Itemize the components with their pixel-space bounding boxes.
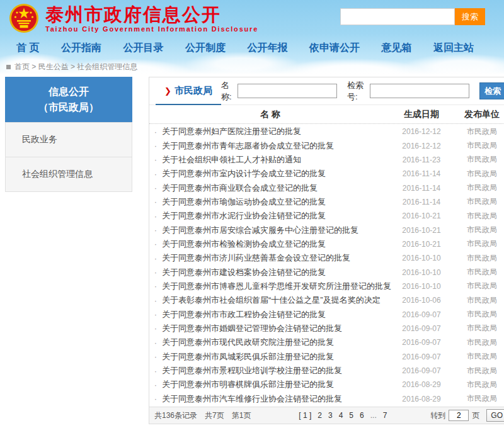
publish-unit: 市民政局 xyxy=(452,239,504,249)
publish-date: 2016-11-14 xyxy=(391,169,452,178)
publish-date: 2016-11-14 xyxy=(391,184,452,193)
publish-unit: 市民政局 xyxy=(452,309,504,320)
site-search-input[interactable] xyxy=(340,8,455,25)
bullet-icon: · xyxy=(149,183,162,193)
bullet-icon: · xyxy=(149,254,162,263)
document-list: ·关于同意泰州妇产医院注册登记的批复2016-12-12市民政局·关于同意泰州市… xyxy=(149,124,504,407)
bullet-icon: · xyxy=(149,281,162,291)
document-title-link[interactable]: 关于同意泰州市青年志愿者协会成立登记的批复 xyxy=(162,140,391,152)
table-row: ·关于同意泰州市室内设计学会成立登记的批复2016-11-14市民政局 xyxy=(149,168,504,179)
goto-page-input[interactable] xyxy=(449,410,469,421)
page-number[interactable]: 4 xyxy=(339,411,343,420)
document-title-link[interactable]: 关于表彰泰州市社会组织首届“十佳公益之星”及提名奖的决定 xyxy=(162,295,391,306)
tab-label: 市民政局 xyxy=(175,85,212,97)
publish-unit: 市民政局 xyxy=(452,253,504,264)
publish-unit: 市民政局 xyxy=(452,183,504,193)
document-title-link[interactable]: 关于同意泰州妇产医院注册登记的批复 xyxy=(162,126,391,137)
document-title-link[interactable]: 关于同意泰州市博睿恩儿童科学思维开发研究所注册登记的批复 xyxy=(162,281,391,292)
total-pages: 共7页 xyxy=(205,411,224,420)
publish-date: 2016-12-12 xyxy=(391,142,452,150)
document-title-link[interactable]: 关于同意泰州市建设档案协会注销登记的批复 xyxy=(162,267,391,278)
bullet-icon: · xyxy=(149,352,162,361)
content: 信息公开 （市民政局） 民政业务社会组织管理信息 ❯ 市民政局 名称: 检索号:… xyxy=(0,74,504,424)
table-row: ·关于同意泰州市济川药业慈善基金会设立登记的批复2016-10-10市民政局 xyxy=(149,252,504,264)
pagination-bar: 共136条记录共7页第1页 [ 1 ]23456...7 转到 页 GO xyxy=(149,407,504,424)
sidebar-item[interactable]: 民政业务 xyxy=(5,122,132,157)
table-row: ·关于同意泰州市汽车维修行业协会注销登记的批复2016-08-29市民政局 xyxy=(149,393,504,405)
publish-date: 2016-12-12 xyxy=(391,127,452,136)
page-ellipsis: ... xyxy=(370,411,377,420)
publish-unit: 市民政局 xyxy=(452,225,504,235)
table-row: ·关于同意泰州市商业联合会成立登记的批复2016-11-14市民政局 xyxy=(149,183,504,194)
publish-unit: 市民政局 xyxy=(452,351,504,362)
document-title-link[interactable]: 关于同意泰州市水泥行业协会注销登记的批复 xyxy=(162,210,391,222)
site-subtitle: Taizhou City Government Information Disc… xyxy=(45,25,258,33)
document-title-link[interactable]: 关于同意泰州市居安综合减灾服务中心注册登记的批复 xyxy=(162,225,391,236)
document-title-link[interactable]: 关于同意泰州市汽车维修行业协会注销登记的批复 xyxy=(162,393,391,405)
sidebar-header: 信息公开 （市民政局） xyxy=(5,77,132,122)
publish-unit: 市民政局 xyxy=(452,140,504,151)
document-title-link[interactable]: 关于同意泰州市室内设计学会成立登记的批复 xyxy=(162,168,391,179)
tab-civil-affairs-bureau[interactable]: ❯ 市民政局 xyxy=(156,77,221,105)
publish-date: 2016-10-10 xyxy=(391,254,452,262)
sidebar-item[interactable]: 社会组织管理信息 xyxy=(5,157,132,192)
sidebar-header-line1: 信息公开 xyxy=(5,84,132,99)
publish-date: 2016-09-07 xyxy=(391,352,452,361)
column-header-unit: 发布单位 xyxy=(452,109,504,120)
publish-date: 2016-08-29 xyxy=(391,380,452,389)
publish-unit: 市民政局 xyxy=(452,366,504,376)
publish-unit: 市民政局 xyxy=(452,154,504,165)
bullet-icon: · xyxy=(149,394,162,403)
document-title-link[interactable]: 关于同意泰州市检验检测协会成立登记的批复 xyxy=(162,239,391,250)
bullet-icon: · xyxy=(149,225,162,235)
document-title-link[interactable]: 关于同意泰州市瑜伽运动协会成立登记的批复 xyxy=(162,196,391,208)
page-number[interactable]: 5 xyxy=(349,411,353,420)
table-row: ·关于同意泰州市凤城彩民俱乐部注册登记的批复2016-09-07市民政局 xyxy=(149,351,504,363)
page-number[interactable]: 2 xyxy=(318,411,322,420)
document-title-link[interactable]: 关于同意泰州市济川药业慈善基金会设立登记的批复 xyxy=(162,252,391,264)
filter-search-button[interactable]: 检索 xyxy=(479,82,504,99)
nav-item[interactable]: 公开目录 xyxy=(123,42,163,55)
table-row: ·关于同意泰州市建设档案协会注销登记的批复2016-10-10市民政局 xyxy=(149,267,504,278)
bullet-icon: · xyxy=(149,296,162,305)
table-row: ·关于表彰泰州市社会组织首届“十佳公益之星”及提名奖的决定2016-10-06市… xyxy=(149,295,504,306)
publish-date: 2016-08-29 xyxy=(391,395,452,403)
go-button[interactable]: GO xyxy=(486,409,504,422)
document-title-link[interactable]: 关于社会组织申领社工人才补贴的通知 xyxy=(162,154,391,166)
document-title-link[interactable]: 关于同意泰州市景程职业培训学校注册登记的批复 xyxy=(162,365,391,376)
nav-item[interactable]: 返回主站 xyxy=(433,42,474,55)
nav-item[interactable]: 意见箱 xyxy=(381,42,411,55)
page-number[interactable]: 3 xyxy=(328,411,333,420)
code-filter-input[interactable] xyxy=(370,84,469,98)
name-filter-input[interactable] xyxy=(238,84,337,98)
national-emblem-logo xyxy=(9,3,39,33)
document-title-link[interactable]: 关于同意泰州市明睿棋牌俱乐部注册登记的批复 xyxy=(162,379,391,390)
nav-item[interactable]: 公开制度 xyxy=(185,42,226,55)
filter-bar: 名称: 检索号: 检索 xyxy=(221,80,504,103)
bullet-icon: · xyxy=(149,197,162,206)
nav-item[interactable]: 公开指南 xyxy=(61,42,101,55)
publish-unit: 市民政局 xyxy=(452,323,504,334)
document-title-link[interactable]: 关于同意泰州市商业联合会成立登记的批复 xyxy=(162,183,391,194)
document-title-link[interactable]: 关于同意泰州市婚姻登记管理协会注销登记的批复 xyxy=(162,323,391,334)
document-title-link[interactable]: 关于同意泰州市凤城彩民俱乐部注册登记的批复 xyxy=(162,351,391,363)
page-number[interactable]: [ 1 ] xyxy=(299,411,311,420)
publish-date: 2016-10-10 xyxy=(391,268,452,277)
nav-item[interactable]: 首 页 xyxy=(16,42,39,55)
publish-date: 2016-11-23 xyxy=(391,155,452,164)
sidebar: 信息公开 （市民政局） 民政业务社会组织管理信息 xyxy=(5,77,132,424)
site-titles: 泰州市政府信息公开 Taizhou City Government Inform… xyxy=(45,4,258,33)
page-number[interactable]: 7 xyxy=(383,411,387,420)
table-row: ·关于同意泰州妇产医院注册登记的批复2016-12-12市民政局 xyxy=(149,126,504,137)
page-number[interactable]: 6 xyxy=(360,411,364,420)
nav-item[interactable]: 依申请公开 xyxy=(309,42,360,55)
document-title-link[interactable]: 关于同意泰州市市政工程协会注销登记的批复 xyxy=(162,309,391,320)
table-header-row: 名 称 生成日期 发布单位 xyxy=(149,105,504,124)
publish-date: 2016-10-21 xyxy=(391,211,452,220)
column-header-name: 名 称 xyxy=(149,109,391,120)
site-search-button[interactable]: 搜索 xyxy=(455,8,485,25)
nav-item[interactable]: 公开年报 xyxy=(247,42,287,55)
breadcrumb-marker-icon xyxy=(6,65,11,69)
bullet-icon: · xyxy=(149,239,162,249)
document-title-link[interactable]: 关于同意泰州市现代民政研究院注册登记的批复 xyxy=(162,337,391,348)
